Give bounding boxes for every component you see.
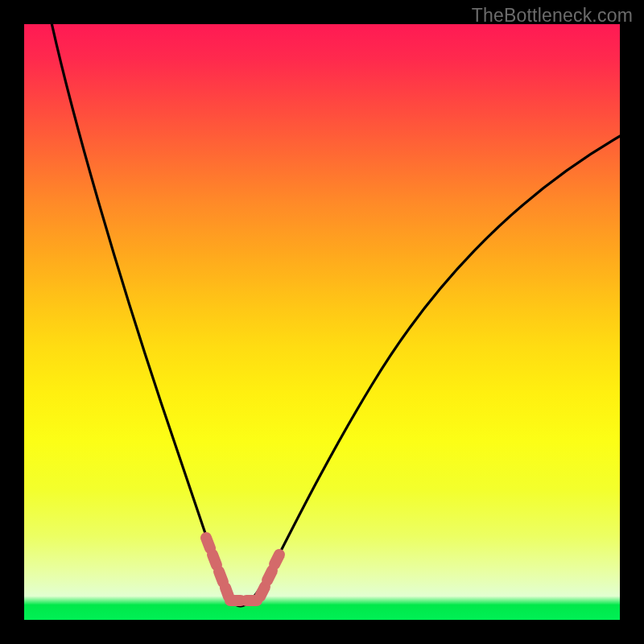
- svg-line-3: [225, 588, 229, 597]
- chart-container: TheBottleneck.com: [0, 0, 644, 644]
- svg-line-0: [206, 538, 210, 548]
- bottleneck-curve-path: [48, 24, 620, 606]
- svg-line-1: [213, 555, 217, 565]
- svg-line-7: [267, 571, 272, 580]
- watermark-text: TheBottleneck.com: [472, 5, 633, 27]
- plot-area: [24, 24, 620, 620]
- chart-svg: [24, 24, 620, 620]
- svg-line-8: [275, 555, 279, 564]
- optimal-range-marker: [206, 538, 279, 601]
- svg-line-2: [219, 572, 223, 582]
- svg-line-6: [260, 587, 265, 597]
